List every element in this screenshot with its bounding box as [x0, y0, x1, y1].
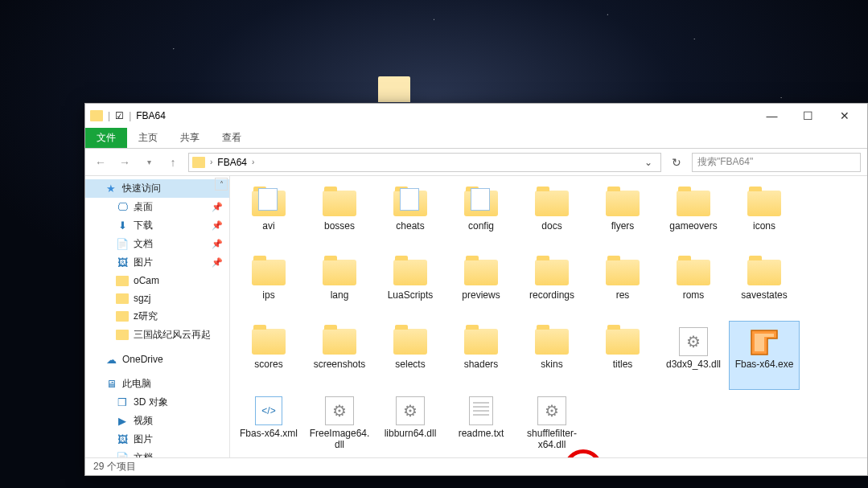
file-label: shufflefilter-x64.dll [520, 428, 584, 451]
file-label: LuaScripts [388, 289, 434, 301]
file-item[interactable]: ips [233, 252, 304, 321]
file-item[interactable]: Fbas-x64.xml [233, 390, 304, 457]
tab-share[interactable]: 共享 [169, 128, 211, 148]
file-item[interactable]: recordings [516, 252, 587, 321]
folder-icon [677, 260, 710, 285]
nav-forward[interactable]: → [116, 154, 134, 171]
file-label: scores [254, 359, 282, 370]
file-item[interactable]: cheats [375, 182, 446, 252]
tab-file[interactable]: 文件 [85, 128, 127, 148]
file-item[interactable]: LuaScripts [375, 252, 446, 321]
chevron-right-icon: › [210, 158, 212, 166]
file-item[interactable]: docs [516, 182, 587, 252]
sidebar-quick-access[interactable]: ★ 快速访问 [85, 179, 229, 198]
scroll-up-icon[interactable]: ˄ [215, 178, 228, 191]
file-item[interactable]: shufflefilter-x64.dll [516, 390, 587, 457]
file-item[interactable]: savestates [729, 252, 800, 321]
picture-icon: 🖼 [116, 256, 129, 269]
minimize-button[interactable]: — [754, 105, 790, 127]
file-item[interactable]: FreeImage64.dll [304, 390, 375, 457]
refresh-button[interactable]: ↻ [668, 156, 685, 169]
folder-icon [464, 329, 498, 355]
sidebar-item[interactable]: sgzj [85, 289, 229, 307]
folder-icon [323, 260, 356, 285]
file-item[interactable]: lang [304, 252, 375, 321]
file-item[interactable]: avi [233, 182, 304, 252]
sidebar-item-label: 下载 [134, 219, 153, 232]
maximize-button[interactable]: ☐ [790, 105, 826, 127]
file-item[interactable]: titles [587, 321, 658, 390]
tab-view[interactable]: 查看 [211, 128, 253, 148]
sidebar-item-label: OneDrive [122, 354, 163, 365]
file-item[interactable]: bosses [304, 182, 375, 252]
folder-icon [116, 310, 129, 323]
nav-recent[interactable]: ▾ [140, 154, 158, 171]
file-item[interactable]: skins [516, 321, 587, 390]
dll-icon [325, 396, 354, 425]
search-input[interactable]: 搜索"FBA64" [692, 153, 861, 172]
download-icon: ⬇ [116, 219, 129, 232]
text-file-icon [469, 396, 493, 425]
file-item[interactable]: readme.txt [446, 390, 516, 457]
file-item[interactable]: scores [233, 321, 304, 390]
qat-check-icon[interactable]: ☑ [115, 110, 124, 121]
folder-icon [393, 329, 427, 355]
sidebar-this-pc[interactable]: 🖥 此电脑 [85, 375, 229, 393]
sidebar-item[interactable]: z研究 [85, 307, 229, 326]
file-item[interactable]: previews [446, 252, 516, 321]
sidebar-item[interactable]: 📄文档 [85, 449, 229, 457]
file-item[interactable]: Fbas-x64.exe [729, 321, 800, 390]
folder-icon [677, 191, 710, 216]
file-item[interactable]: roms [658, 252, 729, 321]
content-area[interactable]: avibossescheatsconfigdocsflyersgameovers… [230, 176, 867, 457]
titlebar[interactable]: | ☑ | FBA64 — ☐ ✕ [85, 104, 867, 128]
breadcrumb[interactable]: › FBA64 › ⌄ [188, 153, 661, 172]
tab-home[interactable]: 主页 [127, 128, 169, 148]
sidebar-item[interactable]: ▶视频 [85, 412, 229, 430]
folder-icon [116, 329, 129, 342]
xml-file-icon [255, 396, 282, 425]
breadcrumb-segment[interactable]: FBA64 [217, 157, 247, 168]
file-label: docs [541, 220, 562, 232]
sidebar-item[interactable]: 📄文档📌 [85, 235, 229, 253]
desktop-folder-icon[interactable] [378, 76, 410, 102]
pin-icon: 📌 [212, 220, 223, 231]
nav-back[interactable]: ← [92, 154, 109, 171]
sidebar-item[interactable]: ⬇下载📌 [85, 216, 229, 235]
sidebar-onedrive[interactable]: ☁ OneDrive [85, 351, 229, 368]
sidebar-item[interactable]: 🖼图片📌 [85, 253, 229, 272]
file-item[interactable]: libburn64.dll [375, 390, 446, 457]
file-item[interactable]: d3dx9_43.dll [658, 321, 729, 390]
file-item[interactable]: flyers [587, 182, 658, 252]
file-label: bosses [324, 220, 355, 232]
sidebar-item[interactable]: 三国战纪风云再起 [85, 326, 229, 344]
file-item[interactable]: shaders [446, 321, 516, 390]
nav-bar: ← → ▾ ↑ › FBA64 › ⌄ ↻ 搜索"FBA64" [85, 149, 867, 176]
close-button[interactable]: ✕ [826, 105, 862, 127]
file-item[interactable]: config [446, 182, 516, 252]
file-label: Fbas-x64.xml [240, 428, 298, 439]
sidebar-item[interactable]: ❒3D 对象 [85, 393, 229, 412]
file-item[interactable]: gameovers [658, 182, 729, 252]
file-label: d3dx9_43.dll [666, 359, 721, 370]
folder-icon [116, 274, 129, 287]
file-label: icons [753, 220, 775, 232]
dll-icon [679, 327, 708, 356]
sidebar-item[interactable]: oCam [85, 272, 229, 289]
chevron-down-icon[interactable]: ⌄ [644, 157, 652, 168]
file-label: shaders [464, 359, 499, 370]
sidebar-item[interactable]: 🖵桌面📌 [85, 198, 229, 216]
file-item[interactable]: icons [729, 182, 800, 252]
sidebar-item-label: z研究 [134, 310, 158, 323]
file-label: lang [331, 289, 349, 301]
file-label: cheats [396, 220, 424, 232]
nav-up[interactable]: ↑ [164, 154, 182, 171]
sidebar-item[interactable]: 🖼图片 [85, 430, 229, 449]
folder-icon [606, 260, 640, 285]
file-item[interactable]: res [587, 252, 658, 321]
file-item[interactable]: screenshots [304, 321, 375, 390]
folder-icon [747, 191, 781, 216]
desktop-icon: 🖵 [116, 201, 129, 214]
file-item[interactable]: selects [375, 321, 446, 390]
folder-icon [90, 110, 103, 121]
